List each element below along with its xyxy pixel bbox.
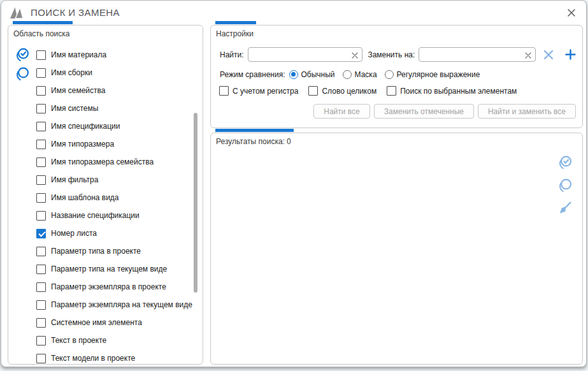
action-buttons-row: Найти все Заменить отмеченные Найти и за… [313,104,576,119]
item-checkbox[interactable] [36,336,46,346]
list-item[interactable]: Параметр экземпляра на текущем виде [36,296,190,314]
list-item[interactable]: Параметр экземпляра в проекте [36,278,190,296]
option-checkbox[interactable] [308,86,318,96]
check-all-results-icon[interactable] [557,154,573,170]
item-label: Имя типоразмера [51,140,114,149]
option-label: Слово целиком [322,87,376,96]
clear-find-icon[interactable] [351,50,359,58]
item-checkbox[interactable] [36,122,46,131]
replace-label: Заменить на: [368,50,415,59]
replace-input[interactable] [419,47,536,62]
uncheck-all-results-icon[interactable] [557,177,573,193]
list-item[interactable]: Текст в проекте [36,331,190,349]
radio-icon[interactable] [385,70,394,79]
action-button[interactable]: Найти все [313,104,370,119]
list-item[interactable]: Системное имя элемента [36,314,190,331]
mode-label: Регулярное выражение [397,70,480,79]
item-label: Системное имя элемента [51,318,142,327]
compare-mode-row: Режим сравнения: Обычный Маска [220,69,480,80]
item-checkbox[interactable] [36,229,46,238]
clear-replace-icon[interactable] [524,50,532,58]
option-checkbox-item[interactable]: Слово целиком [308,86,376,96]
item-checkbox[interactable] [36,265,46,274]
search-area-header: Область поиска [13,29,70,38]
option-checkbox[interactable] [219,86,229,96]
list-item[interactable]: Имя сборки [36,64,190,82]
list-item[interactable]: Имя системы [36,99,190,117]
list-item[interactable]: Номер листа [36,224,190,242]
list-item[interactable]: Имя фильтра [36,171,190,189]
mode-label: Обычный [301,70,335,79]
mode-radio-option[interactable]: Регулярное выражение [385,70,480,79]
item-label: Имя сборки [51,68,92,77]
results-count: 0 [287,137,291,146]
results-header-label: Результаты поиска: [216,137,285,146]
search-replace-dialog: ПОИСК И ЗАМЕНА Область поиска [1,0,587,367]
item-label: Параметр типа на текущем виде [51,265,167,273]
item-label: Имя шаблона вида [51,193,119,202]
app-logo-icon [9,5,28,20]
item-checkbox[interactable] [36,68,46,78]
item-label: Параметр экземпляра в проекте [51,282,166,291]
list-item[interactable]: Имя шаблона вида [36,189,190,207]
uncheck-all-icon[interactable] [14,66,30,82]
list-item[interactable]: Параметр типа в проекте [36,242,190,260]
find-input[interactable] [248,47,363,62]
find-replace-row: Найти: Заменить на: [220,47,576,62]
item-checkbox[interactable] [36,157,46,167]
item-checkbox[interactable] [36,354,46,363]
list-item[interactable]: Имя материала [36,46,190,64]
item-checkbox[interactable] [36,50,46,60]
list-item[interactable]: Имя типоразмера семейства [36,153,190,171]
option-label: С учетом регистра [233,87,298,96]
item-checkbox[interactable] [36,140,46,149]
list-item[interactable]: Имя типоразмера [36,135,190,153]
mode-label: Маска [355,70,377,79]
item-checkbox[interactable] [36,211,46,221]
list-item[interactable]: Имя семейства [36,82,190,99]
option-checkbox-item[interactable]: С учетом регистра [219,86,298,96]
radio-icon[interactable] [343,70,352,79]
action-button[interactable]: Заменить отмеченные [374,104,474,119]
list-scrollbar[interactable] [194,113,197,293]
search-area-panel: Область поиска Имя мат [8,25,203,365]
mode-radio-option[interactable]: Обычный [289,70,335,79]
remove-pair-icon[interactable] [543,49,554,61]
item-label: Параметр типа в проекте [51,247,141,256]
close-icon[interactable] [566,7,577,18]
check-all-icon[interactable] [14,47,30,62]
window-title: ПОИСК И ЗАМЕНА [31,7,120,18]
item-checkbox[interactable] [36,318,46,328]
list-item[interactable]: Параметр типа на текущем виде [36,260,190,278]
item-checkbox[interactable] [36,193,46,203]
item-checkbox[interactable] [36,175,46,185]
compare-mode-options: Обычный Маска Регулярное выражение [289,70,480,79]
search-options-row: С учетом регистра Слово целиком Поиск по… [219,85,517,96]
find-label: Найти: [220,50,244,59]
item-checkbox[interactable] [36,104,46,113]
list-item[interactable]: Имя спецификации [36,117,190,135]
item-label: Название спецификации [51,211,140,220]
item-checkbox[interactable] [36,247,46,256]
item-label: Имя материала [51,50,106,59]
list-item[interactable]: Текст модели в проекте [36,349,190,367]
list-item[interactable]: Название спецификации [36,207,190,224]
add-pair-icon[interactable] [565,49,576,60]
results-toolbar [557,154,573,216]
mode-radio-option[interactable]: Маска [343,70,377,79]
item-label: Текст модели в проекте [51,354,135,363]
option-label: Поиск по выбранным элементам [400,87,517,96]
item-checkbox[interactable] [36,282,46,292]
item-label: Имя системы [51,104,98,113]
item-label: Имя семейства [51,86,105,95]
item-checkbox[interactable] [36,300,46,310]
action-button[interactable]: Найти и заменить все [478,104,576,119]
list-toolbar [14,47,30,82]
radio-icon[interactable] [289,70,298,79]
search-area-list: Имя материала Имя сборки Имя семейства И… [36,46,190,367]
clear-results-broom-icon[interactable] [557,200,573,216]
item-checkbox[interactable] [36,86,46,96]
option-checkbox[interactable] [387,86,396,96]
option-checkbox-item[interactable]: Поиск по выбранным элементам [387,86,517,96]
item-label: Текст в проекте [51,336,106,345]
